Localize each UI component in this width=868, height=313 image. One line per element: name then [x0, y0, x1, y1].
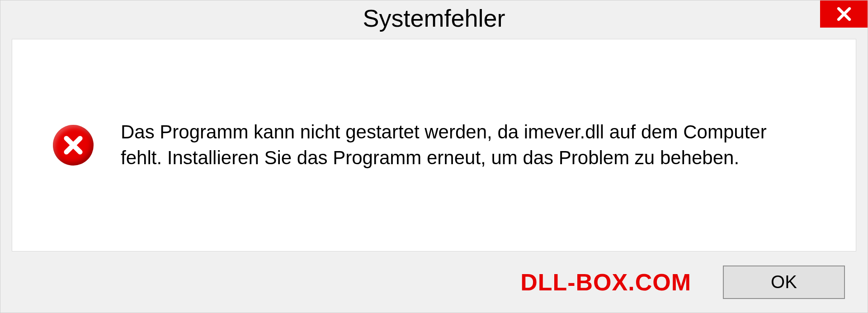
ok-button-label: OK — [771, 272, 797, 292]
close-button[interactable] — [820, 0, 868, 28]
watermark-text: DLL-BOX.COM — [520, 269, 691, 296]
close-icon — [836, 6, 852, 22]
content-panel: Das Programm kann nicht gestartet werden… — [12, 39, 856, 251]
error-icon — [53, 125, 94, 166]
error-dialog: Systemfehler Das Programm kann nicht ges… — [0, 0, 868, 313]
dialog-title: Systemfehler — [363, 4, 505, 32]
ok-button[interactable]: OK — [723, 266, 845, 299]
error-icon-wrap — [53, 125, 94, 166]
dialog-footer: DLL-BOX.COM OK — [0, 251, 868, 313]
error-message: Das Programm kann nicht gestartet werden… — [121, 119, 808, 171]
titlebar: Systemfehler — [0, 0, 868, 39]
